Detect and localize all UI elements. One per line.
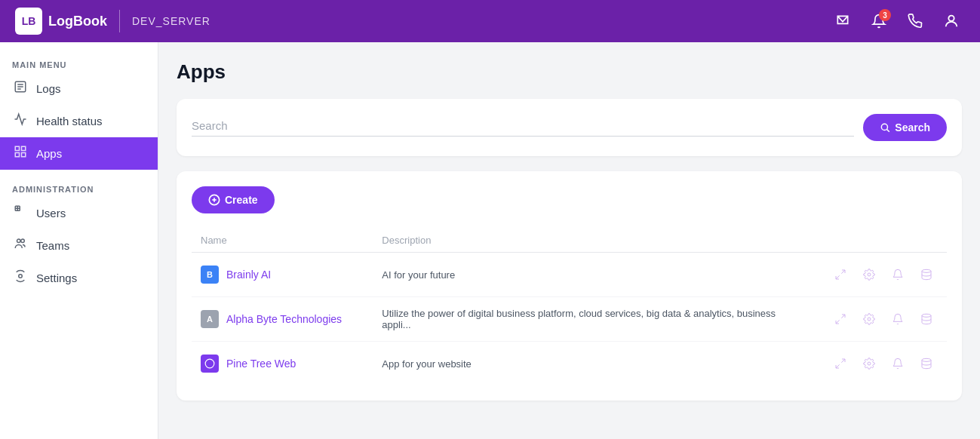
sidebar-item-teams[interactable]: Teams [0, 229, 158, 262]
phone-icon-btn[interactable] [902, 8, 929, 35]
sidebar: MAIN MENU Logs Health status Apps ADMINI… [0, 42, 158, 439]
svg-point-23 [868, 362, 871, 365]
settings-label: Settings [36, 272, 77, 284]
apps-label: Apps [36, 147, 62, 160]
table-row: A Alpha Byte Technologies Utilize the po… [192, 297, 947, 342]
header-divider [119, 10, 120, 32]
svg-point-21 [922, 314, 931, 317]
search-input-wrapper [192, 119, 854, 137]
app-name-cell: B Brainly AI [192, 253, 373, 297]
search-button-label: Search [895, 121, 930, 134]
create-button-label: Create [225, 194, 258, 206]
sidebar-item-health-status[interactable]: Health status [0, 105, 158, 137]
layout: MAIN MENU Logs Health status Apps ADMINI… [0, 42, 980, 439]
database-action-icon[interactable] [915, 352, 938, 375]
app-actions-cell [803, 297, 947, 342]
svg-point-13 [882, 124, 888, 130]
server-name: DEV_SERVER [132, 15, 210, 27]
app-name-cell: Pine Tree Web [192, 342, 373, 386]
app-actions-cell [803, 342, 947, 386]
header-icons: 3 [829, 8, 965, 35]
svg-point-11 [21, 239, 25, 243]
app-name-link[interactable]: Alpha Byte Technologies [226, 313, 342, 325]
svg-point-12 [19, 275, 23, 278]
app-name-link[interactable]: Brainly AI [226, 269, 271, 281]
table-header-row: Name Description [192, 229, 947, 253]
app-description-cell: Utilize the power of digital business pl… [373, 297, 802, 342]
search-button[interactable]: Search [863, 114, 947, 141]
sidebar-item-logs[interactable]: Logs [0, 72, 158, 105]
app-name-link[interactable]: Pine Tree Web [226, 358, 296, 370]
svg-point-18 [868, 273, 871, 276]
svg-rect-5 [15, 146, 19, 150]
svg-point-10 [17, 239, 21, 243]
database-action-icon[interactable] [915, 308, 938, 330]
health-status-label: Health status [36, 115, 103, 127]
sidebar-item-users[interactable]: Users [0, 197, 158, 229]
svg-rect-8 [22, 153, 26, 157]
app-name-cell: A Alpha Byte Technologies [192, 297, 373, 342]
expand-icon[interactable] [829, 352, 852, 375]
users-label: Users [36, 207, 66, 220]
alert-action-icon[interactable] [886, 352, 909, 375]
logo-icon: LB [15, 8, 42, 35]
search-input[interactable] [192, 119, 335, 132]
app-icon [201, 355, 219, 373]
administration-label: ADMINISTRATION [0, 179, 158, 197]
app-icon: B [201, 266, 219, 284]
alert-action-icon[interactable] [886, 308, 909, 330]
apps-table: Name Description B Brainly AI AI for you… [192, 229, 947, 385]
notification-badge: 3 [879, 9, 891, 21]
svg-point-19 [922, 269, 931, 272]
app-description-cell: App for your website [373, 342, 802, 386]
alert-action-icon[interactable] [886, 263, 909, 286]
page-title: Apps [177, 60, 962, 84]
sidebar-item-settings[interactable]: Settings [0, 262, 158, 294]
logs-icon [12, 80, 29, 97]
logs-label: Logs [36, 82, 61, 95]
messages-icon-btn[interactable] [829, 8, 856, 35]
users-icon [12, 204, 29, 222]
apps-icon [12, 145, 29, 162]
settings-action-icon[interactable] [858, 352, 880, 375]
teams-label: Teams [36, 239, 69, 252]
svg-line-14 [887, 130, 889, 132]
col-actions [803, 229, 947, 253]
health-status-icon [12, 112, 29, 130]
app-actions-cell [803, 253, 947, 297]
database-action-icon[interactable] [915, 263, 938, 286]
main-menu-label: MAIN MENU [0, 54, 158, 72]
col-description: Description [373, 229, 802, 253]
logo[interactable]: LB LogBook [15, 8, 107, 35]
main-content: Apps Search Create Name Description [158, 42, 980, 439]
col-name: Name [192, 229, 373, 253]
sidebar-item-apps[interactable]: Apps [0, 137, 158, 170]
svg-point-22 [205, 359, 214, 368]
svg-point-20 [868, 318, 871, 321]
app-header: LB LogBook DEV_SERVER 3 [0, 0, 980, 42]
teams-icon [12, 237, 29, 254]
table-row: B Brainly AI AI for your future [192, 253, 947, 297]
settings-action-icon[interactable] [858, 308, 880, 330]
svg-rect-6 [22, 146, 26, 150]
user-avatar-btn[interactable] [938, 8, 965, 35]
search-card: Search [177, 99, 962, 156]
settings-action-icon[interactable] [858, 263, 880, 286]
expand-icon[interactable] [829, 263, 852, 286]
apps-card: Create Name Description B Brainly AI AI … [177, 171, 962, 401]
app-icon: A [201, 310, 219, 328]
create-button[interactable]: Create [192, 186, 275, 213]
svg-rect-7 [15, 153, 19, 157]
table-row: Pine Tree Web App for your website [192, 342, 947, 386]
expand-icon[interactable] [829, 308, 852, 330]
svg-point-24 [922, 358, 931, 361]
brand-name: LogBook [48, 14, 107, 29]
notifications-icon-btn[interactable]: 3 [865, 8, 892, 35]
app-description-cell: AI for your future [373, 253, 802, 297]
settings-icon [12, 269, 29, 287]
svg-point-0 [948, 16, 954, 21]
